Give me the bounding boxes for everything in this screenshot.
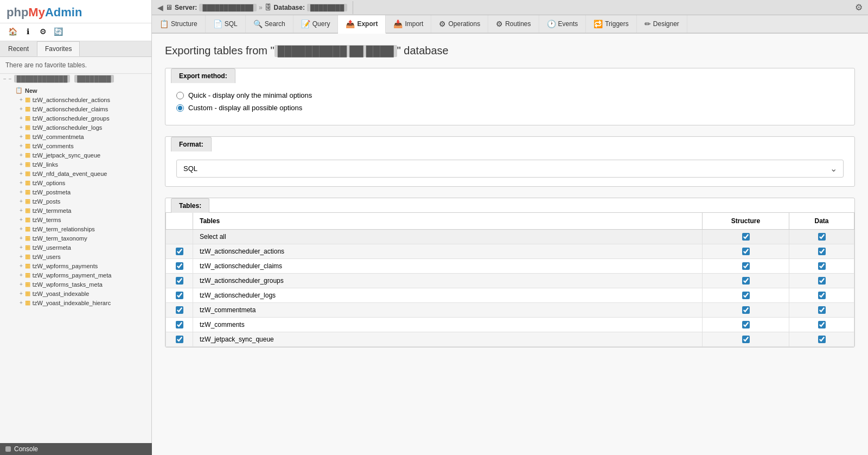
list-item[interactable]: + ▦ tzW_nfd_data_event_queue — [0, 169, 151, 178]
tree-minus2-icon[interactable]: − — [9, 76, 12, 82]
row-checkbox[interactable] — [176, 248, 183, 255]
list-item[interactable]: + ▦ tzW_posts — [0, 197, 151, 206]
tree-minus-icon[interactable]: − — [3, 76, 7, 82]
list-item[interactable]: + ▦ tzW_wpforms_tasks_meta — [0, 280, 151, 289]
tab-triggers[interactable]: 🔁 Triggers — [586, 15, 637, 33]
expand-icon: + — [20, 198, 23, 204]
row-data-checkbox[interactable] — [818, 248, 826, 255]
tab-search[interactable]: 🔍 Search — [246, 15, 293, 33]
global-settings-icon[interactable]: ⚙ — [850, 0, 868, 15]
row-structure-checkbox[interactable] — [742, 248, 750, 255]
console-bar[interactable]: Console — [0, 443, 152, 455]
row-data-checkbox[interactable] — [818, 292, 826, 299]
table-icon: ▦ — [25, 299, 30, 306]
expand-icon: + — [20, 290, 23, 296]
tables-col-header: Tables — [193, 213, 703, 230]
row-structure-checkbox[interactable] — [742, 292, 750, 299]
format-select[interactable]: SQL CSV JSON XML — [176, 160, 844, 178]
tab-sql[interactable]: 📄 SQL — [206, 15, 246, 33]
custom-radio[interactable] — [176, 104, 184, 112]
select-all-data-checkbox[interactable] — [818, 233, 826, 241]
sidebar-tab-recent[interactable]: Recent — [0, 41, 37, 56]
list-item[interactable]: + ▦ tzW_actionscheduler_groups — [0, 113, 151, 123]
list-item[interactable]: + ▦ tzW_wpforms_payment_meta — [0, 270, 151, 280]
table-icon: ▦ — [25, 207, 30, 214]
row-structure-checkbox[interactable] — [742, 321, 750, 328]
expand-icon: + — [20, 235, 23, 241]
row-structure-checkbox[interactable] — [742, 277, 750, 285]
list-item[interactable]: + ▦ tzW_termmeta — [0, 206, 151, 215]
row-checkbox[interactable] — [176, 306, 183, 314]
refresh-icon[interactable]: 🔄 — [52, 26, 64, 37]
table-name: tzW_yoast_indexable_hierarc — [33, 300, 111, 306]
list-item[interactable]: + ▦ tzW_term_taxonomy — [0, 233, 151, 243]
expand-icon: + — [20, 281, 23, 287]
select-all-label-cell: Select all — [193, 230, 703, 244]
list-item[interactable]: + ▦ tzW_users — [0, 252, 151, 261]
sidebar-tab-favorites[interactable]: Favorites — [37, 41, 80, 56]
server-breadcrumb: 🖥 Server: ████████████ — [165, 3, 257, 11]
table-name: tzW_nfd_data_event_queue — [33, 170, 107, 177]
list-item[interactable]: + ▦ tzW_wpforms_payments — [0, 261, 151, 270]
table-icon: ▦ — [25, 235, 30, 242]
list-item[interactable]: + ▦ tzW_usermeta — [0, 243, 151, 252]
tab-operations[interactable]: ⚙ Operations — [431, 15, 488, 33]
tab-query[interactable]: 📝 Query — [293, 15, 339, 33]
row-checkbox[interactable] — [176, 292, 183, 299]
list-item[interactable]: + ▦ tzW_jetpack_sync_queue — [0, 150, 151, 160]
list-item[interactable]: + ▦ tzW_actionscheduler_logs — [0, 123, 151, 132]
tab-designer[interactable]: ✏ Designer — [637, 15, 687, 33]
row-data-checkbox[interactable] — [818, 336, 826, 343]
row-structure-checkbox[interactable] — [742, 306, 750, 314]
sidebar-new-item[interactable]: 📋 New — [0, 86, 151, 95]
table-icon: ▦ — [25, 151, 30, 159]
row-data-cell — [789, 244, 854, 259]
tab-import[interactable]: 📥 Import — [386, 15, 431, 33]
list-item[interactable]: + ▦ tzW_postmeta — [0, 187, 151, 197]
row-data-checkbox[interactable] — [818, 321, 826, 328]
row-structure-checkbox[interactable] — [742, 262, 750, 270]
tables-body: Tables Structure Data Select all — [165, 212, 854, 347]
quick-option-row: Quick - display only the minimal options — [176, 91, 844, 99]
list-item[interactable]: + ▦ tzW_yoast_indexable_hierarc — [0, 298, 151, 307]
row-structure-checkbox[interactable] — [742, 336, 750, 343]
tree-server-row: − − ████████████ ████████ — [0, 74, 151, 84]
table-icon: ▦ — [25, 262, 30, 269]
home-icon[interactable]: 🏠 — [7, 26, 18, 37]
new-table-icon: 📋 — [15, 87, 23, 94]
quick-radio[interactable] — [176, 92, 184, 99]
db-breadcrumb-value: ████████ — [307, 4, 347, 11]
row-data-checkbox[interactable] — [818, 262, 826, 270]
expand-icon: + — [20, 134, 23, 140]
tab-routines[interactable]: ⚙ Routines — [488, 15, 539, 33]
list-item[interactable]: + ▦ tzW_comments — [0, 141, 151, 150]
list-item[interactable]: + ▦ tzW_actionscheduler_actions — [0, 95, 151, 104]
row-checkbox[interactable] — [176, 262, 183, 270]
expand-icon: + — [20, 124, 23, 130]
tab-export[interactable]: 📤 Export — [338, 15, 386, 34]
row-checkbox[interactable] — [176, 336, 183, 343]
row-checkbox[interactable] — [176, 277, 183, 285]
expand-icon: + — [20, 115, 23, 121]
row-data-checkbox[interactable] — [818, 277, 826, 285]
list-item[interactable]: + ▦ tzW_terms — [0, 215, 151, 224]
tab-events[interactable]: 🕐 Events — [539, 15, 586, 33]
info-icon[interactable]: ℹ — [22, 26, 34, 37]
list-item[interactable]: + ▦ tzW_links — [0, 160, 151, 169]
export-method-section: Export method: Quick - display only the … — [165, 68, 855, 125]
select-all-structure-checkbox[interactable] — [742, 233, 750, 241]
table-name: tzW_actionscheduler_groups — [33, 115, 110, 122]
expand-icon: + — [20, 217, 23, 223]
table-icon: ▦ — [25, 142, 30, 149]
settings-icon[interactable]: ⚙ — [37, 26, 49, 37]
list-item[interactable]: + ▦ tzW_commentmeta — [0, 132, 151, 141]
row-checkbox[interactable] — [176, 321, 183, 328]
list-item[interactable]: + ▦ tzW_options — [0, 178, 151, 187]
list-item[interactable]: + ▦ tzW_term_relationships — [0, 224, 151, 233]
back-arrow-icon[interactable]: ◀ — [157, 3, 163, 12]
row-data-checkbox[interactable] — [818, 306, 826, 314]
expand-icon: + — [20, 161, 23, 167]
list-item[interactable]: + ▦ tzW_yoast_indexable — [0, 289, 151, 298]
list-item[interactable]: + ▦ tzW_actionscheduler_claims — [0, 104, 151, 113]
tab-structure[interactable]: 📋 Structure — [152, 15, 206, 33]
